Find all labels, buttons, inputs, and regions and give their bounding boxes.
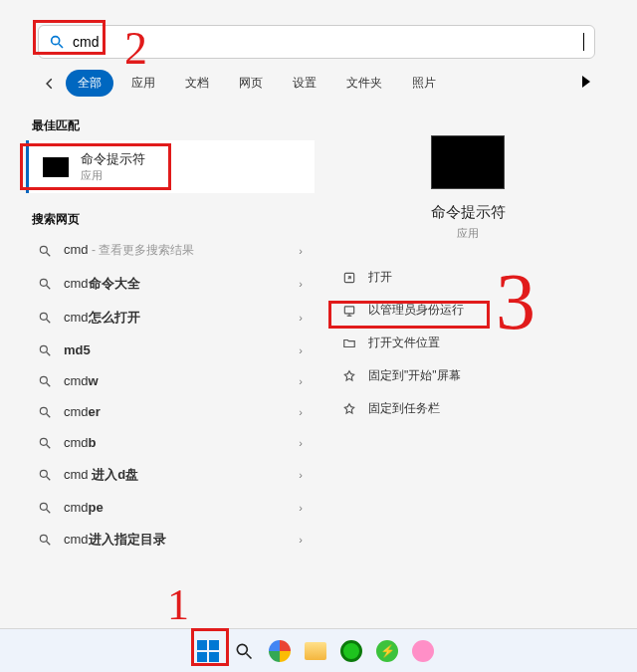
pin-icon	[342, 402, 356, 416]
web-result-text: cmdb	[64, 435, 97, 450]
taskbar-app-icon[interactable]	[338, 638, 364, 664]
search-icon	[38, 533, 52, 547]
svg-line-13	[47, 413, 51, 417]
svg-line-21	[47, 542, 51, 546]
tab-photos[interactable]: 照片	[400, 70, 448, 97]
filter-tabs: 全部 应用 文档 网页 设置 文件夹 照片	[40, 70, 448, 97]
taskbar-app3-icon[interactable]	[410, 638, 436, 664]
annotation-1: 1	[167, 579, 189, 630]
svg-line-9	[47, 351, 51, 355]
tab-folders[interactable]: 文件夹	[334, 70, 394, 97]
chevron-right-icon: ›	[299, 375, 303, 387]
action-label: 固定到任务栏	[368, 400, 440, 417]
app-title: 命令提示符	[328, 203, 607, 222]
chevron-right-icon: ›	[299, 469, 303, 481]
tab-web[interactable]: 网页	[227, 70, 275, 97]
action-label: 固定到"开始"屏幕	[368, 367, 461, 384]
web-result-text: cmd命令大全	[64, 275, 140, 293]
search-icon	[38, 244, 52, 258]
svg-line-15	[47, 444, 51, 448]
taskbar-explorer-icon[interactable]	[303, 638, 328, 664]
web-result-2[interactable]: cmd怎么打开›	[26, 301, 315, 335]
open-icon	[342, 271, 356, 285]
search-icon	[38, 468, 52, 482]
search-icon	[38, 277, 52, 291]
taskbar-browser-icon[interactable]	[267, 638, 293, 664]
chevron-right-icon: ›	[299, 437, 303, 449]
action-open[interactable]: 打开	[328, 261, 607, 294]
search-icon	[38, 405, 52, 419]
web-result-text: cmd 进入d盘	[64, 466, 138, 484]
svg-point-12	[40, 407, 47, 414]
tab-docs[interactable]: 文档	[173, 70, 221, 97]
action-pin[interactable]: 固定到任务栏	[328, 392, 607, 425]
web-result-5[interactable]: cmder›	[26, 396, 315, 427]
svg-line-1	[59, 44, 63, 48]
annotation-2: 2	[124, 22, 147, 75]
svg-line-17	[47, 477, 51, 481]
svg-point-14	[40, 438, 47, 445]
action-admin[interactable]: 以管理员身份运行	[328, 294, 607, 327]
action-pin[interactable]: 固定到"开始"屏幕	[328, 359, 607, 392]
tab-all[interactable]: 全部	[66, 70, 113, 97]
svg-point-26	[237, 644, 247, 654]
best-match-item[interactable]: 命令提示符 应用	[26, 140, 315, 193]
web-result-1[interactable]: cmd命令大全›	[26, 267, 315, 301]
svg-point-0	[52, 37, 60, 45]
app-subtitle: 应用	[328, 226, 607, 241]
web-result-text: cmd怎么打开	[64, 309, 140, 327]
web-result-text: cmdw	[64, 373, 99, 388]
svg-point-2	[40, 246, 47, 253]
svg-line-3	[47, 252, 51, 256]
svg-point-4	[40, 279, 47, 286]
web-result-9[interactable]: cmd进入指定目录›	[26, 523, 315, 557]
search-icon	[38, 311, 52, 325]
folder-icon	[342, 336, 356, 350]
action-label: 以管理员身份运行	[368, 302, 464, 319]
taskbar-app2-icon[interactable]: ⚡	[374, 638, 400, 664]
chevron-right-icon: ›	[299, 502, 303, 514]
section-best-match: 最佳匹配	[32, 117, 309, 134]
search-input[interactable]	[73, 34, 585, 50]
web-result-6[interactable]: cmdb›	[26, 427, 315, 458]
cmd-thumb-icon	[43, 157, 69, 177]
svg-line-27	[247, 653, 252, 658]
web-result-3[interactable]: md5›	[26, 335, 315, 365]
results-left-column: 最佳匹配 命令提示符 应用 搜索网页 cmd - 查看更多搜索结果›cmd命令大…	[26, 110, 315, 557]
best-match-subtitle: 应用	[81, 168, 145, 183]
svg-line-7	[47, 320, 51, 324]
annotation-3: 3	[496, 257, 535, 347]
best-match-title: 命令提示符	[81, 150, 145, 168]
details-panel: 命令提示符 应用 打开以管理员身份运行打开文件位置固定到"开始"屏幕固定到任务栏	[328, 110, 607, 425]
svg-point-16	[40, 470, 47, 477]
chevron-right-icon: ›	[299, 406, 303, 418]
web-result-4[interactable]: cmdw›	[26, 365, 315, 396]
tab-settings[interactable]: 设置	[281, 70, 328, 97]
search-icon	[38, 343, 52, 357]
svg-line-5	[47, 286, 51, 290]
web-result-text: cmd进入指定目录	[64, 531, 166, 549]
web-result-text: md5	[64, 342, 91, 357]
web-result-7[interactable]: cmd 进入d盘›	[26, 458, 315, 492]
chevron-right-icon: ›	[299, 278, 303, 290]
taskbar-search-icon[interactable]	[231, 638, 257, 664]
svg-point-20	[40, 535, 47, 542]
chevron-right-icon: ›	[299, 344, 303, 356]
web-result-0[interactable]: cmd - 查看更多搜索结果›	[26, 234, 315, 267]
web-result-text: cmdpe	[64, 500, 104, 515]
chevron-right-icon: ›	[299, 245, 303, 257]
search-icon	[38, 436, 52, 450]
svg-line-11	[47, 382, 51, 386]
action-label: 打开	[368, 269, 392, 286]
svg-line-19	[47, 509, 51, 513]
chevron-right-icon: ›	[299, 534, 303, 546]
start-button[interactable]	[195, 638, 221, 664]
web-result-text: cmder	[64, 404, 101, 419]
svg-point-10	[40, 376, 47, 383]
back-button[interactable]	[40, 74, 60, 94]
more-arrow[interactable]	[582, 76, 590, 88]
search-box[interactable]	[38, 25, 595, 59]
action-folder[interactable]: 打开文件位置	[328, 327, 607, 359]
svg-point-18	[40, 503, 47, 510]
web-result-8[interactable]: cmdpe›	[26, 492, 315, 523]
